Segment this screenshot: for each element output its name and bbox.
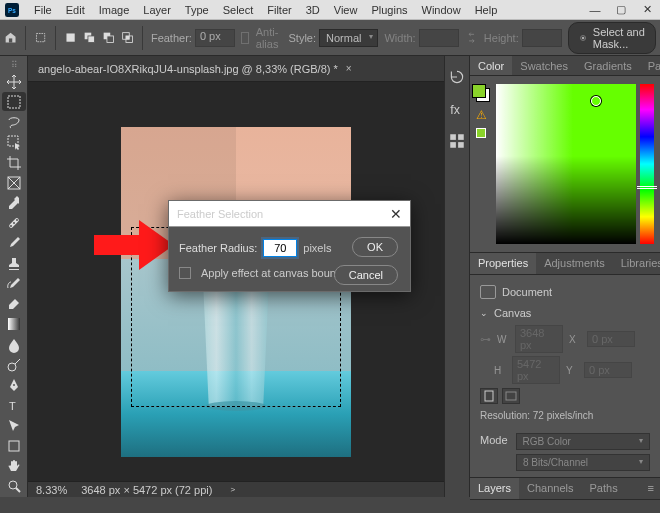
feather-selection-dialog: Feather Selection ✕ Feather Radius: pixe… xyxy=(168,200,411,292)
document-icon xyxy=(480,285,496,299)
ok-button[interactable]: OK xyxy=(352,237,398,257)
add-swatch-icon[interactable] xyxy=(476,128,486,138)
menu-image[interactable]: Image xyxy=(93,1,136,19)
menu-plugins[interactable]: Plugins xyxy=(365,1,413,19)
maximize-button[interactable]: ▢ xyxy=(608,0,634,20)
crop-tool[interactable] xyxy=(2,153,26,172)
canvas[interactable]: Feather Selection ✕ Feather Radius: pixe… xyxy=(28,82,444,481)
eyedropper-tool[interactable] xyxy=(2,193,26,212)
svg-rect-14 xyxy=(8,96,20,108)
color-field[interactable] xyxy=(496,84,636,244)
svg-rect-33 xyxy=(458,134,464,140)
history-brush-tool[interactable] xyxy=(2,274,26,293)
object-select-tool[interactable] xyxy=(2,133,26,152)
tab-libraries[interactable]: Libraries xyxy=(613,253,660,274)
blur-tool[interactable] xyxy=(2,335,26,354)
brush-tool[interactable] xyxy=(2,234,26,253)
menu-select[interactable]: Select xyxy=(217,1,260,19)
gradient-tool[interactable] xyxy=(2,315,26,334)
tab-adjustments[interactable]: Adjustments xyxy=(536,253,613,274)
new-selection-icon[interactable] xyxy=(64,27,77,49)
apply-bounds-checkbox[interactable] xyxy=(179,267,191,279)
healing-tool[interactable] xyxy=(2,214,26,233)
canvas-h-input[interactable]: 5472 px xyxy=(512,356,560,384)
status-zoom[interactable]: 8.33% xyxy=(36,484,67,496)
marquee-tool[interactable] xyxy=(2,92,26,111)
menu-filter[interactable]: Filter xyxy=(261,1,297,19)
document-tab[interactable]: angelo-abear-IO8XRikqJU4-unsplash.jpg @ … xyxy=(28,56,444,82)
type-tool[interactable]: T xyxy=(2,396,26,415)
home-icon[interactable] xyxy=(4,27,17,49)
shape-tool[interactable] xyxy=(2,436,26,455)
window-controls: — ▢ ✕ xyxy=(582,0,660,20)
layers-panel-menu-icon[interactable]: ≡ xyxy=(642,478,660,499)
options-bar: Feather: 0 px Anti-alias Style: Normal W… xyxy=(0,20,660,56)
hand-tool[interactable] xyxy=(2,456,26,475)
svg-rect-37 xyxy=(506,392,516,400)
feather-radius-label: Feather Radius: xyxy=(179,242,257,254)
move-tool[interactable] xyxy=(2,72,26,91)
tab-channels[interactable]: Channels xyxy=(519,478,581,499)
menu-view[interactable]: View xyxy=(328,1,364,19)
zoom-tool[interactable] xyxy=(2,477,26,496)
antialias-checkbox[interactable] xyxy=(241,32,249,44)
stamp-tool[interactable] xyxy=(2,254,26,273)
intersect-selection-icon[interactable] xyxy=(121,27,134,49)
orientation-landscape-icon[interactable] xyxy=(502,388,520,404)
color-panel-tabs: Color Swatches Gradients Patterns ≡ xyxy=(470,56,660,76)
menu-layer[interactable]: Layer xyxy=(137,1,177,19)
select-and-mask-button[interactable]: Select and Mask... xyxy=(568,22,656,54)
subtract-selection-icon[interactable] xyxy=(102,27,115,49)
link-wh-icon[interactable]: ⊶ xyxy=(480,333,491,346)
tab-swatches[interactable]: Swatches xyxy=(512,56,576,75)
path-select-tool[interactable] xyxy=(2,416,26,435)
canvas-x-input[interactable]: 0 px xyxy=(587,331,635,347)
canvas-section-toggle[interactable]: ⌄Canvas xyxy=(480,307,650,319)
status-info[interactable]: 3648 px × 5472 px (72 ppi) xyxy=(81,484,212,496)
document-tab-close[interactable]: × xyxy=(346,63,352,74)
eraser-tool[interactable] xyxy=(2,295,26,314)
frame-tool[interactable] xyxy=(2,173,26,192)
tab-properties[interactable]: Properties xyxy=(470,253,536,274)
tab-patterns[interactable]: Patterns xyxy=(640,56,660,75)
menu-type[interactable]: Type xyxy=(179,1,215,19)
menu-file[interactable]: File xyxy=(28,1,58,19)
color-picker-cursor xyxy=(591,96,601,106)
tool-preset-icon[interactable] xyxy=(34,27,47,49)
menu-edit[interactable]: Edit xyxy=(60,1,91,19)
status-more-icon[interactable]: > xyxy=(230,485,235,494)
info-panel-icon[interactable] xyxy=(448,132,466,150)
minimize-button[interactable]: — xyxy=(582,0,608,20)
lasso-tool[interactable] xyxy=(2,112,26,131)
orientation-portrait-icon[interactable] xyxy=(480,388,498,404)
feather-input[interactable]: 0 px xyxy=(195,29,235,47)
resolution-label: Resolution: 72 pixels/inch xyxy=(480,410,650,421)
pen-tool[interactable] xyxy=(2,376,26,395)
menu-help[interactable]: Help xyxy=(469,1,504,19)
tab-layers[interactable]: Layers xyxy=(470,478,519,499)
canvas-w-input[interactable]: 3648 px xyxy=(515,325,563,353)
foreground-background-swatch[interactable] xyxy=(472,84,490,102)
tab-paths[interactable]: Paths xyxy=(582,478,626,499)
gamut-warning-icon[interactable]: ⚠ xyxy=(476,108,487,122)
tab-gradients[interactable]: Gradients xyxy=(576,56,640,75)
tools-grip[interactable]: ⠿ xyxy=(11,60,17,70)
mode-dropdown[interactable]: RGB Color xyxy=(516,433,650,450)
style-dropdown[interactable]: Normal xyxy=(319,29,378,47)
right-panels: Color Swatches Gradients Patterns ≡ ⚠ Pr… xyxy=(470,56,660,497)
dialog-close-icon[interactable]: ✕ xyxy=(390,206,402,222)
depth-dropdown[interactable]: 8 Bits/Channel xyxy=(516,454,650,471)
styles-panel-icon[interactable]: fx xyxy=(448,100,466,118)
dodge-tool[interactable] xyxy=(2,355,26,374)
hue-slider[interactable] xyxy=(640,84,654,244)
cancel-button[interactable]: Cancel xyxy=(334,265,398,285)
menu-window[interactable]: Window xyxy=(416,1,467,19)
canvas-y-input[interactable]: 0 px xyxy=(584,362,632,378)
add-selection-icon[interactable] xyxy=(83,27,96,49)
close-button[interactable]: ✕ xyxy=(634,0,660,20)
history-panel-icon[interactable] xyxy=(448,68,466,86)
dialog-titlebar[interactable]: Feather Selection ✕ xyxy=(169,201,410,227)
feather-radius-input[interactable] xyxy=(263,239,297,257)
tab-color[interactable]: Color xyxy=(470,56,512,75)
menu-3d[interactable]: 3D xyxy=(300,1,326,19)
